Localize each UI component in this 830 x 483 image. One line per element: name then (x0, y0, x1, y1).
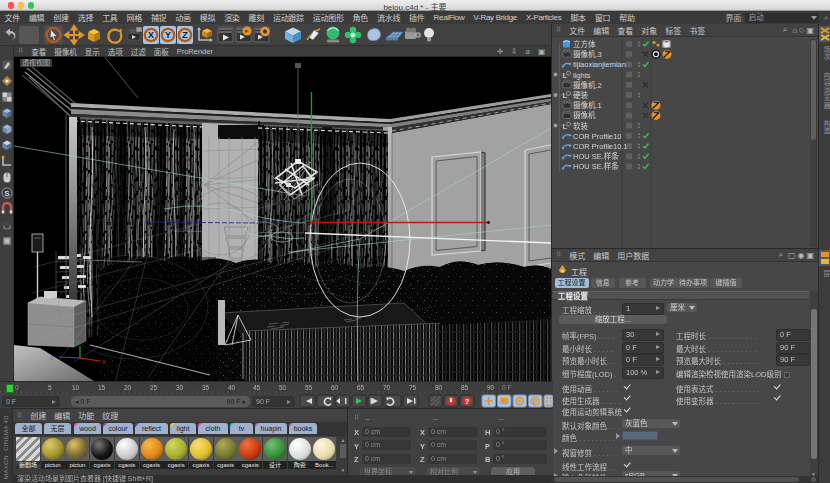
svg-text:硬装: 硬装 (573, 90, 588, 100)
svg-text:lights: lights (573, 71, 591, 80)
svg-text:S: S (4, 189, 10, 198)
svg-text:?: ? (465, 397, 470, 406)
svg-text:摄像机: 摄像机 (573, 110, 596, 120)
svg-text:立方体: 立方体 (573, 39, 596, 49)
svg-text:Z: Z (182, 30, 188, 40)
svg-text:COR Profile10: COR Profile10 (573, 132, 621, 141)
svg-text:X: X (148, 30, 154, 40)
svg-text:摄像机.1: 摄像机.1 (573, 100, 602, 110)
svg-text:COR Profile10.1: COR Profile10.1 (573, 142, 628, 151)
svg-text:HOU SE.样条: HOU SE.样条 (573, 161, 619, 171)
svg-text:HOU SE.样条: HOU SE.样条 (573, 151, 619, 161)
svg-text:tijiaoxianjiemian: tijiaoxianjiemian (573, 60, 626, 69)
svg-text:摄像机.3: 摄像机.3 (573, 49, 602, 59)
svg-text:Z: Z (50, 355, 54, 361)
svg-text:Y: Y (165, 30, 171, 40)
svg-text:X: X (102, 359, 106, 365)
svg-text:软装: 软装 (573, 121, 588, 131)
svg-text:摄像机.2: 摄像机.2 (573, 80, 602, 90)
svg-text:Y: Y (76, 340, 80, 346)
svg-text:P: P (533, 398, 538, 405)
